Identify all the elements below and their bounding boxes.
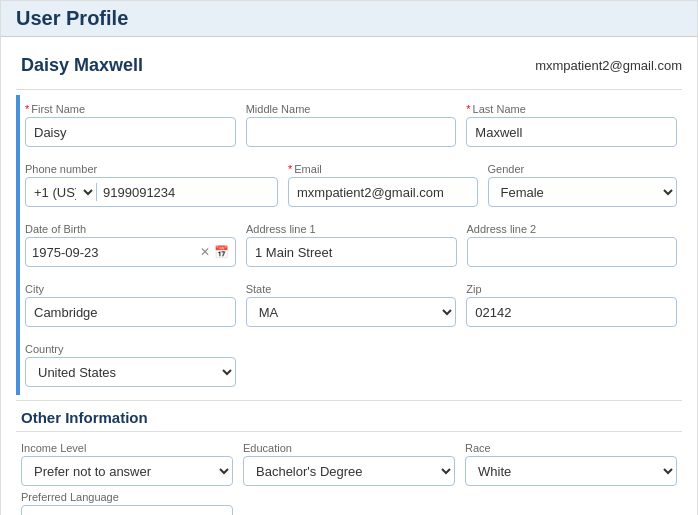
middle-name-input[interactable] xyxy=(246,117,457,147)
address2-input[interactable] xyxy=(467,237,678,267)
page-title: User Profile xyxy=(16,7,682,30)
email-label: *Email xyxy=(288,163,478,175)
other-info-title: Other Information xyxy=(21,409,682,426)
dob-field: Date of Birth ✕ 📅 xyxy=(25,223,236,267)
user-email: mxmpatient2@gmail.com xyxy=(535,58,682,73)
page-header: User Profile xyxy=(1,1,697,37)
phone-prefix-select[interactable]: +1 (US) xyxy=(26,184,96,201)
zip-input[interactable] xyxy=(466,297,677,327)
zip-label: Zip xyxy=(466,283,677,295)
race-label: Race xyxy=(465,442,677,454)
language-label: Preferred Language xyxy=(21,491,233,503)
address-row2: City State MA CA NY Zip xyxy=(20,275,682,335)
language-field: Preferred Language United States English xyxy=(21,491,233,515)
address1-input[interactable] xyxy=(246,237,457,267)
last-name-label: *Last Name xyxy=(466,103,677,115)
gender-label: Gender xyxy=(488,163,678,175)
calendar-icon[interactable]: 📅 xyxy=(214,245,229,259)
middle-name-field: Middle Name xyxy=(246,103,457,147)
last-name-field: *Last Name xyxy=(466,103,677,147)
dob-label: Date of Birth xyxy=(25,223,236,235)
user-name: Daisy Maxwell xyxy=(21,55,143,76)
first-name-label: *First Name xyxy=(25,103,236,115)
address1-label: Address line 1 xyxy=(246,223,457,235)
email-field: *Email xyxy=(288,163,478,207)
other-info-row1: Income Level Prefer not to answer Educat… xyxy=(16,437,682,491)
personal-info-section: *First Name Middle Name *Last Name xyxy=(16,95,682,395)
address2-field: Address line 2 xyxy=(467,223,678,267)
content: Daisy Maxwell mxmpatient2@gmail.com *Fir… xyxy=(1,37,697,515)
clear-date-icon[interactable]: ✕ xyxy=(200,245,210,259)
country-select[interactable]: United States xyxy=(25,357,236,387)
last-name-input[interactable] xyxy=(466,117,677,147)
income-field: Income Level Prefer not to answer xyxy=(21,442,233,486)
state-label: State xyxy=(246,283,457,295)
gender-field: Gender Female Male Other xyxy=(488,163,678,207)
contact-row: Phone number +1 (US) *Email xyxy=(20,155,682,215)
divider-3 xyxy=(16,431,682,432)
email-input[interactable] xyxy=(288,177,478,207)
phone-input-wrapper: +1 (US) xyxy=(25,177,278,207)
phone-field: Phone number +1 (US) xyxy=(25,163,278,207)
country-label: Country xyxy=(25,343,236,355)
user-header: Daisy Maxwell mxmpatient2@gmail.com xyxy=(16,47,682,84)
middle-name-label: Middle Name xyxy=(246,103,457,115)
dob-input[interactable] xyxy=(32,245,200,260)
phone-number-input[interactable] xyxy=(97,185,277,200)
education-field: Education Bachelor's Degree xyxy=(243,442,455,486)
phone-label: Phone number xyxy=(25,163,278,175)
state-select[interactable]: MA CA NY xyxy=(246,297,457,327)
page-container: User Profile Daisy Maxwell mxmpatient2@g… xyxy=(0,0,698,515)
race-select[interactable]: White xyxy=(465,456,677,486)
address-row1: Date of Birth ✕ 📅 Address line 1 Address… xyxy=(20,215,682,275)
country-row: Country United States xyxy=(20,335,682,395)
education-label: Education xyxy=(243,442,455,454)
dob-wrapper: ✕ 📅 xyxy=(25,237,236,267)
divider-1 xyxy=(16,89,682,90)
language-select[interactable]: United States English xyxy=(21,505,233,515)
income-select[interactable]: Prefer not to answer xyxy=(21,456,233,486)
zip-field: Zip xyxy=(466,283,677,327)
city-label: City xyxy=(25,283,236,295)
address1-field: Address line 1 xyxy=(246,223,457,267)
other-info-section: Other Information Income Level Prefer no… xyxy=(16,409,682,515)
city-field: City xyxy=(25,283,236,327)
race-field: Race White xyxy=(465,442,677,486)
city-input[interactable] xyxy=(25,297,236,327)
name-row: *First Name Middle Name *Last Name xyxy=(20,95,682,155)
first-name-field: *First Name xyxy=(25,103,236,147)
first-name-input[interactable] xyxy=(25,117,236,147)
address2-label: Address line 2 xyxy=(467,223,678,235)
income-label: Income Level xyxy=(21,442,233,454)
country-field: Country United States xyxy=(25,343,236,387)
divider-2 xyxy=(16,400,682,401)
state-field: State MA CA NY xyxy=(246,283,457,327)
education-select[interactable]: Bachelor's Degree xyxy=(243,456,455,486)
other-info-row2: Preferred Language United States English xyxy=(16,491,682,515)
gender-select[interactable]: Female Male Other xyxy=(488,177,678,207)
